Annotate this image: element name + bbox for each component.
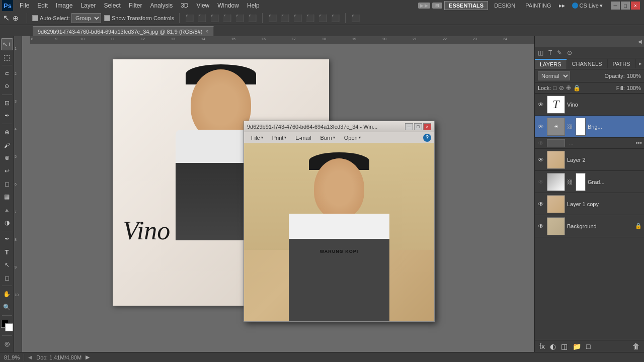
move-tool-icon[interactable]: ↖ xyxy=(3,13,10,23)
auto-align-icon[interactable]: ⬛ xyxy=(351,14,360,22)
tab-close-icon[interactable]: × xyxy=(205,29,208,34)
new-group-button[interactable]: 📁 xyxy=(571,342,583,350)
minimize-button[interactable]: ─ xyxy=(611,2,620,10)
path-select-button[interactable]: ↖ xyxy=(1,259,13,271)
photo-viewer-minimize[interactable]: ─ xyxy=(405,123,413,130)
adj-icon-1[interactable]: ◫ xyxy=(536,48,545,57)
menu-3d[interactable]: 3D xyxy=(177,1,192,10)
pv-menu-open[interactable]: Open ▾ xyxy=(340,134,365,142)
show-transform-checkbox[interactable] xyxy=(104,15,110,21)
add-mask-button[interactable]: ◐ xyxy=(548,342,557,350)
menu-help[interactable]: Help xyxy=(244,1,263,10)
distribute-left-icon[interactable]: ⬛ xyxy=(268,14,277,22)
painting-button[interactable]: PAINTING xyxy=(521,2,555,10)
auto-select-checkbox[interactable] xyxy=(32,15,38,21)
menu-analysis[interactable]: Analysis xyxy=(146,1,176,10)
layer-item-vino[interactable]: 👁 T Vino xyxy=(535,94,644,116)
healing-brush-button[interactable]: ⊕ xyxy=(1,126,13,138)
crop-tool-button[interactable]: ⊡ xyxy=(1,97,13,109)
blend-mode-select[interactable]: Normal Multiply Screen xyxy=(538,71,570,80)
panel-collapse-icon[interactable]: ◀ xyxy=(638,39,642,44)
align-center-v-icon[interactable]: ⬛ xyxy=(235,14,244,22)
quick-mask-button[interactable]: ◎ xyxy=(1,338,13,350)
pv-menu-burn[interactable]: Burn ▾ xyxy=(316,134,339,142)
menu-layer[interactable]: Layer xyxy=(77,1,99,10)
brush-tool-button[interactable]: 🖌 xyxy=(1,139,13,151)
design-button[interactable]: DESIGN xyxy=(490,2,519,10)
eyedropper-button[interactable]: ✒ xyxy=(1,110,13,122)
photo-viewer-close[interactable]: × xyxy=(423,123,431,130)
menu-window[interactable]: Window xyxy=(214,1,243,10)
layer-eye-brightness[interactable]: 👁 xyxy=(537,123,545,131)
align-left-icon[interactable]: ⬛ xyxy=(185,14,194,22)
distribute-bottom-icon[interactable]: ⬛ xyxy=(331,14,340,22)
status-nav-right[interactable]: ▶ xyxy=(86,354,90,360)
document-tab[interactable]: 9d629b91-f743-4760-bd64-694a13fcd37c_34.… xyxy=(33,26,214,36)
layer-item-brightness[interactable]: 👁 ☀ ⛓ Brig... xyxy=(535,116,644,138)
adjustment-layer-button[interactable]: ◫ xyxy=(559,342,569,350)
eraser-button[interactable]: ◻ xyxy=(1,178,13,190)
layer-eye-extra[interactable]: 👁 xyxy=(537,139,545,147)
layer-item-layer1copy[interactable]: 👁 Layer 1 copy xyxy=(535,193,644,215)
channels-tab[interactable]: CHANNELS xyxy=(567,59,608,68)
menu-edit[interactable]: Edit xyxy=(34,1,51,10)
distribute-top-icon[interactable]: ⬛ xyxy=(306,14,314,22)
auto-select-dropdown[interactable]: Group Layer xyxy=(71,13,101,23)
more-workspaces-icon[interactable]: ▸▸ xyxy=(557,1,567,10)
lock-transparent-icon[interactable]: □ xyxy=(553,84,556,92)
status-nav-left[interactable]: ◀ xyxy=(28,354,32,360)
zoom-level-status[interactable]: 81,9% xyxy=(4,354,20,360)
menu-filter[interactable]: Filter xyxy=(125,1,146,10)
pv-help-icon[interactable]: ? xyxy=(423,134,431,142)
adj-icon-3[interactable]: ✎ xyxy=(555,48,564,57)
text-tool-button[interactable]: T xyxy=(1,246,13,258)
menu-file[interactable]: File xyxy=(16,1,33,10)
lock-all-icon[interactable]: 🔒 xyxy=(573,84,581,92)
marquee-tool-button[interactable]: ⬚ xyxy=(1,51,13,63)
gradient-button[interactable]: ▦ xyxy=(1,191,13,203)
layer-eye-layer2[interactable]: 👁 xyxy=(537,156,545,164)
add-style-button[interactable]: fx xyxy=(538,342,546,350)
menu-view[interactable]: View xyxy=(193,1,213,10)
opacity-value[interactable]: 100% xyxy=(627,73,641,79)
align-top-icon[interactable]: ⬛ xyxy=(223,14,231,22)
adj-icon-4[interactable]: ⊙ xyxy=(565,48,574,57)
move-tool-button[interactable]: ↖+ xyxy=(1,38,13,50)
essentials-button[interactable]: ESSENTIALS xyxy=(444,1,488,10)
hand-tool-button[interactable]: ✋ xyxy=(1,288,13,300)
adj-icon-2[interactable]: T xyxy=(546,48,554,57)
layer-eye-vino[interactable]: 👁 xyxy=(537,101,545,109)
history-brush-button[interactable]: ↩ xyxy=(1,165,13,177)
pv-menu-print[interactable]: Print ▾ xyxy=(268,134,291,142)
menu-image[interactable]: Image xyxy=(52,1,76,10)
clone-stamp-button[interactable]: ⊗ xyxy=(1,152,13,164)
shape-tool-button[interactable]: ◻ xyxy=(1,272,13,284)
fg-bg-colors[interactable] xyxy=(1,320,13,332)
layer-item-background[interactable]: 👁 Background 🔒 xyxy=(535,215,644,237)
pv-menu-email[interactable]: E-mail xyxy=(291,134,315,142)
photo-viewer-maximize[interactable]: □ xyxy=(414,123,422,130)
align-right-icon[interactable]: ⬛ xyxy=(210,14,219,22)
layer-item-extra[interactable]: 👁 ... ••• xyxy=(535,138,644,149)
new-layer-button[interactable]: □ xyxy=(585,342,592,350)
align-bottom-icon[interactable]: ⬛ xyxy=(248,14,257,22)
zoom-tool-button[interactable]: 🔍 xyxy=(1,301,13,313)
layers-tab[interactable]: LAYERS xyxy=(535,59,567,69)
layer-extra-more[interactable]: ••• xyxy=(635,140,642,147)
menu-select[interactable]: Select xyxy=(100,1,124,10)
paths-tab[interactable]: PATHS xyxy=(608,59,636,68)
layer-item-layer2[interactable]: 👁 Layer 2 xyxy=(535,149,644,171)
move-tool-icon2[interactable]: ⊕ xyxy=(13,14,19,22)
canvas-viewport[interactable]: Vino 9d629b91-f743-4760-bd64-694a13fcd37… xyxy=(22,44,534,352)
quick-select-button[interactable]: ⊙ xyxy=(1,80,13,93)
pen-tool-button[interactable]: ✒ xyxy=(1,233,13,245)
blur-button[interactable]: ⟁ xyxy=(1,204,13,216)
pv-menu-file[interactable]: File ▾ xyxy=(247,134,267,142)
layer-eye-gradient[interactable]: 👁 xyxy=(537,178,545,186)
distribute-right-icon[interactable]: ⬛ xyxy=(293,14,302,22)
close-button[interactable]: × xyxy=(631,2,640,10)
distribute-center-v-icon[interactable]: ⬛ xyxy=(318,14,327,22)
layer-eye-background[interactable]: 👁 xyxy=(537,222,545,230)
lasso-tool-button[interactable]: ⊂ xyxy=(1,67,13,79)
lock-position-icon[interactable]: ✙ xyxy=(566,84,571,92)
